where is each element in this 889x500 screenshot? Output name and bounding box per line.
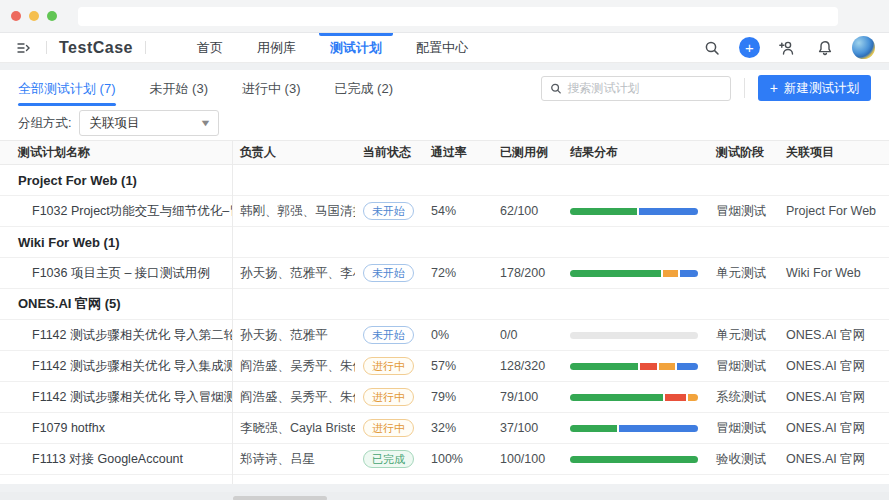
group-name: Wiki For Web (1): [0, 235, 232, 250]
tab-done[interactable]: 已完成 (2): [335, 80, 394, 106]
group-by-label: 分组方式:: [18, 115, 71, 132]
invite-member-icon[interactable]: [776, 37, 798, 59]
column-header: 测试阶段: [708, 144, 778, 161]
plan-row[interactable]: F1142 测试步骤相关优化 导入第二轮孙天扬、范雅平未开始0%0/0单元测试O…: [0, 320, 889, 351]
group-name: Project For Web (1): [0, 173, 232, 188]
status-badge: 进行中: [363, 419, 414, 437]
bar-segment-orange: [659, 363, 675, 370]
plan-search-input[interactable]: [567, 81, 721, 95]
tab-label: 全部测试计划 (7): [18, 81, 116, 96]
browser-chrome: [0, 0, 889, 33]
status-cell: 未开始: [355, 202, 423, 220]
plan-name[interactable]: F1079 hotfhx: [0, 421, 232, 435]
group-name: ONES.AI 官网 (5): [0, 295, 232, 313]
plan-row[interactable]: F1113 对接 GoogleAccount郑诗诗、吕星已完成100%100/1…: [0, 444, 889, 475]
plan-owner: 阎浩盛、吴秀平、朱俊平: [232, 389, 355, 406]
tested-cases: 0/0: [492, 328, 562, 342]
main-nav: 首页用例库测试计划配置中心: [180, 33, 485, 63]
result-distribution-cell: [562, 332, 708, 339]
sidebar-collapse-icon[interactable]: [14, 38, 34, 58]
tab-all[interactable]: 全部测试计划 (7): [18, 80, 116, 106]
group-row[interactable]: Wiki For Web (1): [0, 227, 889, 258]
status-cell: 进行中: [355, 357, 423, 375]
related-project: ONES.AI 官网: [778, 389, 889, 406]
group-by-select[interactable]: 关联项目 ▼: [79, 110, 219, 136]
plan-tabs: 全部测试计划 (7)未开始 (3)进行中 (3)已完成 (2): [18, 80, 393, 106]
nav-item-case-library[interactable]: 用例库: [240, 33, 313, 63]
pass-rate: 0%: [423, 328, 492, 342]
plan-owner: 郑诗诗、吕星: [232, 451, 355, 468]
nav-item-label: 测试计划: [330, 39, 382, 57]
plan-row[interactable]: F1079 hotfhx李晓强、Cayla Brister进行中32%37/10…: [0, 413, 889, 444]
bar-segment-blue: [677, 363, 698, 370]
column-header: 测试计划名称: [0, 144, 232, 161]
tested-cases: 128/320: [492, 359, 562, 373]
plan-name[interactable]: F1142 测试步骤相关优化 导入集成测试: [0, 358, 232, 375]
group-row[interactable]: ONES.AI 官网 (5): [0, 289, 889, 320]
status-badge: 未开始: [363, 264, 414, 282]
status-badge: 未开始: [363, 202, 414, 220]
bar-segment-green: [570, 425, 617, 432]
tab-in-progress[interactable]: 进行中 (3): [242, 80, 301, 106]
search-icon[interactable]: [701, 37, 723, 59]
page-footer-strip: [0, 484, 889, 492]
plan-name[interactable]: F1142 测试步骤相关优化 导入第二轮: [0, 327, 232, 344]
plan-row[interactable]: F1142 测试步骤相关优化 导入冒烟测试阎浩盛、吴秀平、朱俊平进行中79%79…: [0, 382, 889, 413]
result-distribution-bar: [570, 363, 698, 370]
plan-name[interactable]: F1142 测试步骤相关优化 导入冒烟测试: [0, 389, 232, 406]
header-divider: [145, 41, 146, 54]
test-plan-table: 测试计划名称负责人当前状态通过率已测用例结果分布测试阶段关联项目 Project…: [0, 140, 889, 490]
plan-name[interactable]: F1036 项目主页 – 接口测试用例: [0, 265, 232, 282]
result-distribution-bar: [570, 394, 698, 401]
browser-address-bar[interactable]: [78, 7, 838, 26]
filter-row: 分组方式: 关联项目 ▼: [0, 108, 889, 138]
status-cell: 未开始: [355, 326, 423, 344]
bar-segment-blue: [639, 208, 698, 215]
related-project: Wiki For Web: [778, 266, 889, 280]
new-test-plan-label: 新建测试计划: [784, 80, 859, 97]
result-distribution-bar: [570, 332, 698, 339]
group-by-value: 关联项目: [89, 115, 139, 132]
test-stage: 冒烟测试: [708, 203, 778, 220]
close-window-button[interactable]: [11, 11, 21, 21]
bar-segment-gray: [570, 332, 698, 339]
plan-row[interactable]: F1036 项目主页 – 接口测试用例孙天扬、范雅平、李小东未开始72%178/…: [0, 258, 889, 289]
column-header: 当前状态: [355, 144, 423, 161]
test-stage: 验收测试: [708, 451, 778, 468]
notifications-bell-icon[interactable]: [814, 37, 836, 59]
result-distribution-cell: [562, 394, 708, 401]
nav-item-config-center[interactable]: 配置中心: [399, 33, 485, 63]
tab-not-started[interactable]: 未开始 (3): [150, 80, 209, 106]
related-project: ONES.AI 官网: [778, 451, 889, 468]
minimize-window-button[interactable]: [29, 11, 39, 21]
plan-owner: 韩刚、郭强、马国清扬...: [232, 203, 355, 220]
bar-segment-green: [570, 456, 698, 463]
horizontal-scrollbar-thumb[interactable]: [233, 496, 327, 500]
tested-cases: 37/100: [492, 421, 562, 435]
plan-search-box[interactable]: [541, 76, 731, 101]
create-new-button[interactable]: +: [739, 37, 760, 58]
nav-item-home[interactable]: 首页: [180, 33, 240, 63]
plan-name[interactable]: F1113 对接 GoogleAccount: [0, 451, 232, 468]
group-row[interactable]: Project For Web (1): [0, 165, 889, 196]
user-avatar[interactable]: [852, 36, 875, 59]
nav-item-test-plan[interactable]: 测试计划: [313, 33, 399, 63]
column-header: 关联项目: [778, 144, 889, 161]
plan-row[interactable]: F1142 测试步骤相关优化 导入集成测试阎浩盛、吴秀平、朱俊平进行中57%12…: [0, 351, 889, 382]
app-header: TestCase 首页用例库测试计划配置中心 +: [0, 33, 889, 63]
pass-rate: 32%: [423, 421, 492, 435]
plan-row[interactable]: F1032 Project功能交互与细节优化–冒烟用例...韩刚、郭强、马国清扬…: [0, 196, 889, 227]
tested-cases: 62/100: [492, 204, 562, 218]
tested-cases: 178/200: [492, 266, 562, 280]
maximize-window-button[interactable]: [47, 11, 57, 21]
new-test-plan-button[interactable]: + 新建测试计划: [758, 75, 871, 101]
toolbar-actions: + 新建测试计划: [541, 75, 871, 106]
result-distribution-cell: [562, 363, 708, 370]
status-cell: 未开始: [355, 264, 423, 282]
related-project: Project For Web: [778, 204, 889, 218]
result-distribution-bar: [570, 208, 698, 215]
bar-segment-green: [570, 270, 661, 277]
plan-name[interactable]: F1032 Project功能交互与细节优化–冒烟用例...: [0, 203, 232, 220]
test-stage: 单元测试: [708, 327, 778, 344]
bar-segment-green: [570, 394, 663, 401]
